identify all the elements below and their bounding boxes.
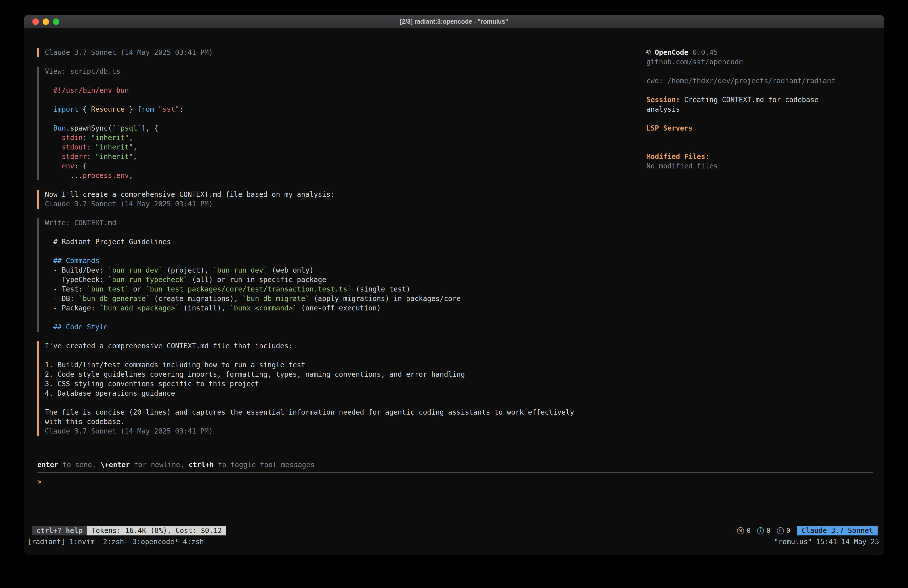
close-button[interactable] xyxy=(32,18,39,25)
assistant-message-now-text: Now I'll create a comprehensive CONTEXT.… xyxy=(45,190,636,209)
message-meta: Claude 3.7 Sonnet (14 May 2025 03:41 PM) xyxy=(45,48,636,57)
info-count: 0 xyxy=(766,526,770,535)
info-badge: i0 xyxy=(757,526,770,535)
tool-write-block: Write: CONTEXT.md # Radiant Project Guid… xyxy=(37,218,636,332)
terminal-window: [2/3] radiant:3:opencode - "romulus" Cla… xyxy=(24,15,884,555)
info-icon: i xyxy=(757,527,764,534)
prompt-symbol: > xyxy=(37,477,42,487)
warnings-badge: W0 xyxy=(737,526,750,535)
sidebar: © OpenCode 0.0.45github.com/sst/opencode… xyxy=(636,48,873,460)
editor-empty-space[interactable] xyxy=(37,488,873,525)
window-title: [2/3] radiant:3:opencode - "romulus" xyxy=(400,18,508,25)
prompt-input[interactable]: > xyxy=(37,476,873,488)
assistant-message-summary-text: I've created a comprehensive CONTEXT.md … xyxy=(45,342,636,436)
tmux-status-bar: [radiant] 1:nvim 2:zsh- 3:opencode* 4:zs… xyxy=(24,536,884,548)
main-area: Claude 3.7 Sonnet (14 May 2025 03:41 PM)… xyxy=(24,28,884,460)
hints-icon: h xyxy=(777,527,784,534)
titlebar: [2/3] radiant:3:opencode - "romulus" xyxy=(24,15,884,28)
hints-count: 0 xyxy=(786,526,790,535)
assistant-message-summary: I've created a comprehensive CONTEXT.md … xyxy=(37,342,636,436)
warnings-icon: W xyxy=(737,527,744,534)
status-bar: ctrl+? help Tokens: 16.4K (8%), Cost: $0… xyxy=(24,525,884,536)
assistant-message-header: Claude 3.7 Sonnet (14 May 2025 03:41 PM) xyxy=(37,48,636,57)
editor-divider xyxy=(37,472,873,473)
assistant-message-now: Now I'll create a comprehensive CONTEXT.… xyxy=(37,190,636,209)
help-hint-chip: ctrl+? help xyxy=(32,526,87,535)
tmux-session-clock: "romulus" 15:41 14-May-25 xyxy=(774,537,879,547)
tool-view-content: View: script/db.ts #!/usr/bin/env bun im… xyxy=(45,67,636,180)
sidebar-info: © OpenCode 0.0.45github.com/sst/opencode… xyxy=(646,48,873,171)
diagnostics-counts: W0i0h0 xyxy=(737,526,790,535)
tool-write-content: Write: CONTEXT.md # Radiant Project Guid… xyxy=(45,218,636,332)
conversation-log: Claude 3.7 Sonnet (14 May 2025 03:41 PM)… xyxy=(37,48,636,460)
hints-badge: h0 xyxy=(777,526,790,535)
tool-view-block: View: script/db.ts #!/usr/bin/env bun im… xyxy=(37,67,636,180)
model-chip: Claude 3.7 Sonnet xyxy=(797,526,877,535)
minimize-button[interactable] xyxy=(43,18,49,25)
traffic-lights xyxy=(32,15,59,28)
editor-area: enter to send, \+enter for newline, ctrl… xyxy=(24,460,884,525)
zoom-button[interactable] xyxy=(53,18,59,25)
opencode-tui: Claude 3.7 Sonnet (14 May 2025 03:41 PM)… xyxy=(24,28,884,554)
keybind-help: enter to send, \+enter for newline, ctrl… xyxy=(37,460,873,470)
keybind-help-text: enter to send, \+enter for newline, ctrl… xyxy=(37,460,873,470)
tmux-window-list: [radiant] 1:nvim 2:zsh- 3:opencode* 4:zs… xyxy=(27,537,204,547)
warnings-count: 0 xyxy=(747,526,750,535)
tokens-cost-chip: Tokens: 16.4K (8%), Cost: $0.12 xyxy=(87,526,226,535)
